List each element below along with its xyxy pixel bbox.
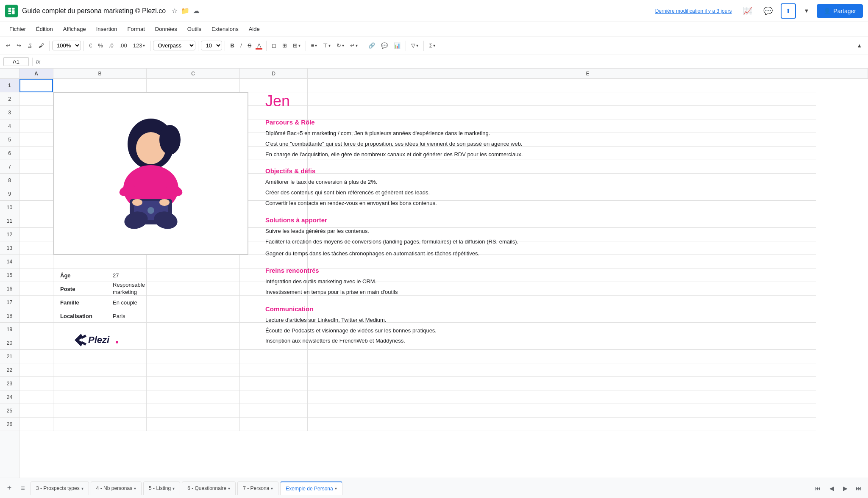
menu-donnees[interactable]: Données [151,24,181,34]
menu-insertion[interactable]: Insertion [92,24,122,34]
cell[interactable] [240,255,307,268]
cell[interactable] [147,174,239,187]
cell[interactable] [240,296,307,309]
star-icon[interactable]: ☆ [172,7,178,15]
cell[interactable] [19,296,53,309]
sheet-tab-exemple[interactable]: Exemple de Persona ▾ [280,481,342,495]
menu-edition[interactable]: Édition [32,24,57,34]
row-num-2[interactable]: 2 [0,92,19,106]
cell-reference-input[interactable] [3,57,29,66]
filter-button[interactable]: ▽ ▾ [409,41,421,50]
cell[interactable] [308,350,816,363]
cell[interactable] [19,255,53,268]
col-header-d[interactable]: D [240,69,308,78]
cell[interactable] [147,282,239,296]
cell[interactable] [53,390,146,404]
align-h-button[interactable]: ≡ ▾ [309,41,320,50]
cell[interactable] [19,350,53,363]
cloud-icon[interactable]: ☁ [193,7,200,15]
cell[interactable] [53,296,146,309]
cell[interactable] [19,201,53,214]
cell[interactable] [19,377,53,390]
cell[interactable] [240,309,307,323]
cell[interactable] [53,404,146,418]
cell[interactable] [240,418,307,431]
sheet-tab-questionnaire[interactable]: 6 - Questionnaire ▾ [182,481,236,495]
cell[interactable] [19,336,53,350]
cell[interactable] [53,282,146,296]
row-num-19[interactable]: 19 [0,323,19,336]
row-num-25[interactable]: 25 [0,404,19,418]
sheet-nav-prev[interactable]: ◀ [826,482,837,494]
cell[interactable] [147,323,239,336]
cell[interactable] [308,214,816,228]
menu-extensions[interactable]: Extensions [207,24,243,34]
link-button[interactable]: 🔗 [366,41,378,50]
activity-icon[interactable]: 📈 [740,3,755,19]
sheets-menu-button[interactable]: ≡ [17,482,29,494]
cell[interactable] [308,201,816,214]
paint-format-button[interactable]: 🖌 [36,41,47,50]
cell[interactable] [53,418,146,431]
cell[interactable] [147,147,239,160]
row-num-23[interactable]: 23 [0,377,19,390]
cell[interactable] [147,350,239,363]
cell[interactable] [147,228,239,241]
cell[interactable] [308,255,816,268]
cell[interactable] [147,418,239,431]
account-icon[interactable]: ▼ [801,3,812,19]
cell[interactable] [53,201,146,214]
cell[interactable] [308,187,816,201]
cell[interactable] [53,160,146,174]
cell[interactable] [240,377,307,390]
comment-button[interactable]: 💬 [378,41,390,50]
cell[interactable] [53,106,146,119]
cell[interactable] [19,92,53,106]
strikethrough-button[interactable]: S [245,41,254,50]
cell[interactable] [19,282,53,296]
cell[interactable] [308,377,816,390]
cell[interactable] [147,377,239,390]
row-num-8[interactable]: 8 [0,174,19,187]
cell[interactable] [147,92,239,106]
cell[interactable] [19,323,53,336]
cell[interactable] [147,404,239,418]
menu-format[interactable]: Format [123,24,149,34]
cell[interactable] [147,160,239,174]
cell[interactable] [147,241,239,255]
text-rotation-button[interactable]: ↻ ▾ [334,41,347,50]
cell[interactable] [147,106,239,119]
move-to-button[interactable]: ⬆ [781,3,796,19]
cell[interactable] [147,214,239,228]
cell[interactable] [19,241,53,255]
row-num-12[interactable]: 12 [0,228,19,241]
cell[interactable] [147,309,239,323]
font-select[interactable]: Overpass [153,41,195,50]
row-num-4[interactable]: 4 [0,119,19,133]
sheet-nav-prev-first[interactable]: ⏮ [812,482,824,494]
formula-input[interactable] [44,58,865,65]
cell[interactable] [147,187,239,201]
cell[interactable] [53,377,146,390]
wrap-button[interactable]: ↵ ▾ [348,41,360,50]
row-num-16[interactable]: 16 [0,282,19,296]
row-num-9[interactable]: 9 [0,187,19,201]
cell[interactable] [308,160,816,174]
menu-affichage[interactable]: Affichage [59,24,90,34]
cell[interactable] [19,187,53,201]
row-num-15[interactable]: 15 [0,268,19,282]
row-num-11[interactable]: 11 [0,214,19,228]
cell[interactable] [240,147,307,160]
col-header-b[interactable]: B [53,69,147,78]
menu-outils[interactable]: Outils [183,24,206,34]
cell[interactable] [308,241,816,255]
cell[interactable] [308,363,816,377]
cell[interactable] [240,201,307,214]
cell[interactable] [19,147,53,160]
sheet-tab-persona[interactable]: 7 - Persona ▾ [237,481,278,495]
row-num-17[interactable]: 17 [0,296,19,309]
cell[interactable] [308,106,816,119]
italic-button[interactable]: I [238,41,245,50]
row-num-6[interactable]: 6 [0,147,19,160]
row-num-7[interactable]: 7 [0,160,19,174]
